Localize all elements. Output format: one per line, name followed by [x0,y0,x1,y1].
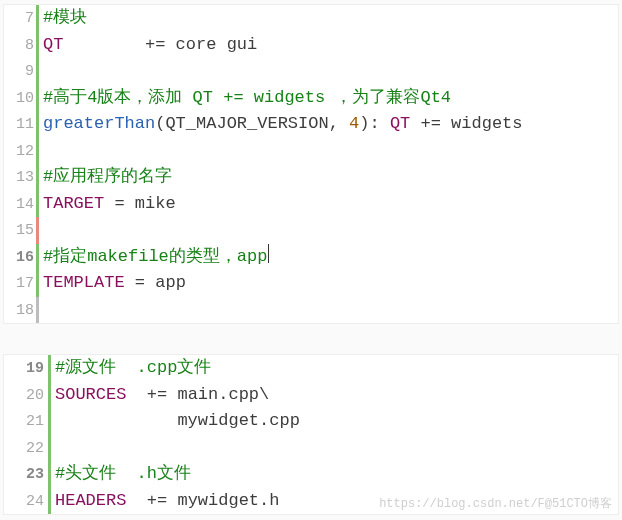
code-text [39,217,53,243]
code-line: 12 [4,138,618,165]
text-cursor [268,244,269,263]
line-number: 24 [4,489,48,515]
keyword: QT [390,114,410,133]
code-text: TARGET = mike [39,191,176,217]
code-line: 22 [4,435,618,462]
line-number: 18 [4,298,36,324]
code-line: 19 #源文件 .cpp文件 [4,355,618,382]
code-text: HEADERS += mywidget.h [51,488,279,514]
line-number: 12 [4,139,36,165]
code-line: 13 #应用程序的名字 [4,164,618,191]
line-number: 19 [4,356,48,382]
comment: #指定makefile的类型，app [43,247,267,266]
line-number: 13 [4,165,36,191]
line-number: 15 [4,218,36,244]
number: 4 [349,114,359,133]
keyword: HEADERS [55,491,126,510]
code-text [51,435,65,461]
keyword: QT [43,35,63,54]
keyword: SOURCES [55,385,126,404]
code-line: 24 HEADERS += mywidget.h [4,488,618,515]
function-name: greaterThan [43,114,155,133]
comment: #模块 [39,5,87,31]
code-text: QT += core gui [39,32,257,58]
line-number: 9 [4,59,36,85]
line-number: 16 [4,245,36,271]
code-text: SOURCES += main.cpp\ [51,382,269,408]
code-line: 18 [4,297,618,324]
code-line: 21 mywidget.cpp [4,408,618,435]
code-text: #指定makefile的类型，app [39,244,269,270]
code-text: mywidget.cpp [51,408,300,434]
code-line: 7 #模块 [4,5,618,32]
code-line: 15 [4,217,618,244]
code-line: 8 QT += core gui [4,32,618,59]
line-number: 14 [4,192,36,218]
comment: #高于4版本，添加 QT += widgets ，为了兼容Qt4 [39,85,451,111]
code-line: 20 SOURCES += main.cpp\ [4,382,618,409]
line-number: 23 [4,462,48,488]
comment: #应用程序的名字 [39,164,172,190]
code-text: greaterThan(QT_MAJOR_VERSION, 4): QT += … [39,111,523,137]
line-number: 11 [4,112,36,138]
code-text [39,297,53,323]
line-number: 20 [4,383,48,409]
line-number: 7 [4,6,36,32]
code-line: 14 TARGET = mike [4,191,618,218]
code-line: 9 [4,58,618,85]
comment: #头文件 .h文件 [51,461,191,487]
code-text [39,138,53,164]
comment: #源文件 .cpp文件 [51,355,211,381]
line-number: 10 [4,86,36,112]
code-block-1: 7 #模块 8 QT += core gui 9 10 #高于4版本，添加 QT… [3,4,619,324]
code-line: 17 TEMPLATE = app [4,270,618,297]
code-line: 11 greaterThan(QT_MAJOR_VERSION, 4): QT … [4,111,618,138]
line-number: 8 [4,33,36,59]
code-line: 16 #指定makefile的类型，app [4,244,618,271]
keyword: TARGET [43,194,104,213]
code-line: 10 #高于4版本，添加 QT += widgets ，为了兼容Qt4 [4,85,618,112]
code-line: 23 #头文件 .h文件 [4,461,618,488]
line-number: 21 [4,409,48,435]
keyword: TEMPLATE [43,273,125,292]
code-text: TEMPLATE = app [39,270,186,296]
line-number: 17 [4,271,36,297]
code-block-2: 19 #源文件 .cpp文件 20 SOURCES += main.cpp\ 2… [3,354,619,515]
line-number: 22 [4,436,48,462]
code-text [39,58,53,84]
